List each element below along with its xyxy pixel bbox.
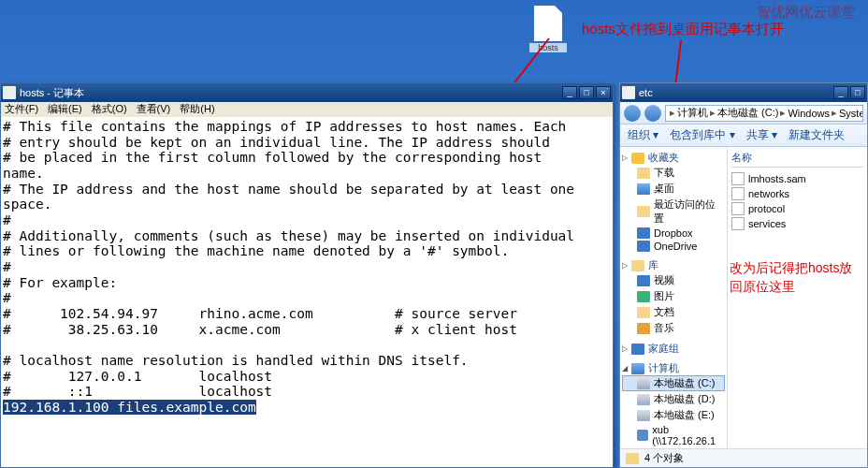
file-networks[interactable]: networks [748,188,789,199]
recent-icon [637,206,650,217]
annotation-putback: 改为后记得把hosts放 回原位这里 [730,259,852,296]
drive-c-icon [637,378,650,389]
list-item: networks [731,186,863,201]
list-item: lmhosts.sam [731,171,863,186]
crumb-4[interactable]: System32 [839,108,863,119]
desktop-icon [637,183,650,195]
exp-minimize-button[interactable]: _ [833,86,848,99]
tree-documents[interactable]: 文档 [654,305,674,319]
notepad-textarea[interactable]: # This file contains the mappings of IP … [1,117,613,467]
watermark-text: 智优网优云课堂 [757,4,855,22]
onedrive-icon [637,241,650,252]
tree-videos[interactable]: 视频 [654,273,674,287]
tree-computer[interactable]: 计算机 [648,361,679,375]
tree-desktop[interactable]: 桌面 [654,182,674,196]
close-button[interactable]: × [596,86,611,99]
favorites-icon [631,153,644,164]
explorer-tree[interactable]: ▷收藏夹 下载 桌面 最近访问的位置 Dropbox OneDrive ▷库 视… [620,147,728,448]
tree-drive-c[interactable]: 本地磁盘 (C:) [654,376,715,390]
list-item: protocol [731,201,863,216]
toolbar-include[interactable]: 包含到库中 ▾ [670,127,734,143]
videos-icon [637,275,650,286]
menu-file[interactable]: 文件(F) [5,102,38,117]
documents-icon [637,307,650,318]
libraries-icon [631,260,644,271]
netdrive-icon [637,430,648,441]
tree-xub[interactable]: xub (\\172.16.26.1 [652,424,725,446]
notepad-icon [3,86,16,99]
toolbar-organize[interactable]: 组织 ▾ [628,127,658,143]
file-icon [731,187,745,200]
downloads-icon [637,168,650,179]
file-icon [731,202,745,215]
toolbar-share[interactable]: 共享 ▾ [746,127,777,143]
file-icon [534,6,562,41]
music-icon [637,323,650,334]
forward-button[interactable] [644,105,661,122]
explorer-filelist[interactable]: 名称 lmhosts.sam networks protocol service… [728,147,867,448]
tree-pictures[interactable]: 图片 [654,289,674,303]
notepad-titlebar[interactable]: hosts - 记事本 _ □ × [1,83,613,102]
homegroup-icon [631,344,644,355]
explorer-navbar: ▸ 计算机 ▸ 本地磁盘 (C:) ▸ Windows ▸ System32 ▸… [620,102,867,124]
crumb-1[interactable]: 计算机 [677,106,708,120]
crumb-3[interactable]: Windows [788,108,830,119]
breadcrumb[interactable]: ▸ 计算机 ▸ 本地磁盘 (C:) ▸ Windows ▸ System32 ▸… [665,105,863,122]
tree-favorites[interactable]: 收藏夹 [648,151,679,165]
column-name[interactable]: 名称 [731,151,863,168]
toolbar-newfolder[interactable]: 新建文件夹 [788,127,845,143]
tree-dropbox[interactable]: Dropbox [654,227,693,239]
notepad-window: hosts - 记事本 _ □ × 文件(F) 编辑(E) 格式(O) 查看(V… [0,82,614,468]
pictures-icon [637,291,650,302]
computer-icon [631,363,644,374]
file-icon [731,172,745,185]
minimize-button[interactable]: _ [562,86,577,99]
dropbox-icon [637,227,650,239]
menu-help[interactable]: 帮助(H) [180,102,214,117]
annotation-drag: hosts文件拖到桌面用记事本打开 [582,21,784,38]
crumb-2[interactable]: 本地磁盘 (C:) [717,106,778,120]
explorer-titlebar[interactable]: etc _ □ [620,83,867,102]
explorer-statusbar: 4 个对象 [620,448,867,467]
tree-music[interactable]: 音乐 [654,321,674,335]
file-lmhosts[interactable]: lmhosts.sam [748,173,806,184]
tree-drive-d[interactable]: 本地磁盘 (D:) [654,392,715,406]
tree-libraries[interactable]: 库 [648,258,658,272]
desktop-file-hosts[interactable]: hosts [529,6,567,52]
file-protocol[interactable]: protocol [748,203,785,214]
maximize-button[interactable]: □ [579,86,594,99]
file-icon [731,217,745,230]
drive-d-icon [637,394,650,405]
tree-homegroup[interactable]: 家庭组 [648,342,679,356]
status-text: 4 个对象 [644,451,684,465]
desktop-file-label: hosts [529,43,567,52]
tree-drive-e[interactable]: 本地磁盘 (E:) [654,408,715,422]
notepad-menubar: 文件(F) 编辑(E) 格式(O) 查看(V) 帮助(H) [1,102,613,117]
explorer-title: etc [639,87,833,98]
notepad-title: hosts - 记事本 [20,86,562,100]
back-button[interactable] [624,105,641,122]
exp-maximize-button[interactable]: □ [850,86,865,99]
drive-e-icon [637,410,650,421]
menu-edit[interactable]: 编辑(E) [48,102,82,117]
folder-icon [622,86,635,99]
list-item: services [731,216,863,231]
menu-format[interactable]: 格式(O) [92,102,127,117]
tree-onedrive[interactable]: OneDrive [654,241,697,252]
tree-downloads[interactable]: 下载 [654,166,674,180]
status-folder-icon [626,453,639,464]
file-services[interactable]: services [748,218,786,229]
explorer-window: etc _ □ ▸ 计算机 ▸ 本地磁盘 (C:) ▸ Windows ▸ Sy… [619,82,868,468]
explorer-toolbar: 组织 ▾ 包含到库中 ▾ 共享 ▾ 新建文件夹 [620,124,867,147]
menu-view[interactable]: 查看(V) [137,102,171,117]
tree-recent[interactable]: 最近访问的位置 [654,197,725,226]
